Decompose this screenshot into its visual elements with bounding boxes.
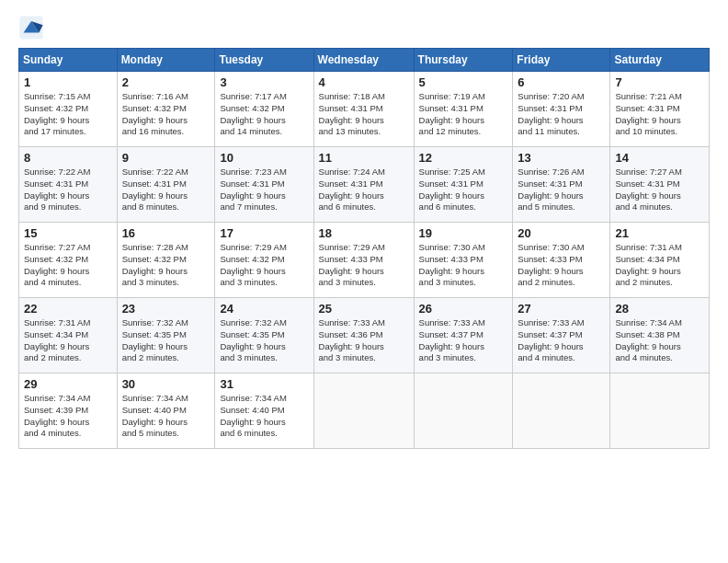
day-info: Sunrise: 7:25 AM Sunset: 4:31 PM Dayligh… — [419, 167, 508, 213]
weekday-header-row: SundayMondayTuesdayWednesdayThursdayFrid… — [19, 49, 710, 72]
day-info: Sunrise: 7:33 AM Sunset: 4:37 PM Dayligh… — [518, 317, 605, 364]
calendar-cell: 15Sunrise: 7:27 AM Sunset: 4:32 PM Dayli… — [19, 223, 118, 298]
day-number: 22 — [24, 302, 112, 316]
calendar-cell: 26Sunrise: 7:33 AM Sunset: 4:37 PM Dayli… — [414, 298, 513, 373]
day-number: 4 — [319, 75, 409, 89]
calendar-cell: 10Sunrise: 7:23 AM Sunset: 4:31 PM Dayli… — [215, 147, 313, 223]
day-info: Sunrise: 7:34 AM Sunset: 4:40 PM Dayligh… — [122, 393, 210, 440]
logo-icon — [18, 15, 44, 40]
week-row-4: 22Sunrise: 7:31 AM Sunset: 4:34 PM Dayli… — [19, 298, 710, 373]
weekday-header-sunday: Sunday — [19, 49, 118, 72]
calendar-table: SundayMondayTuesdayWednesdayThursdayFrid… — [18, 48, 710, 449]
day-info: Sunrise: 7:34 AM Sunset: 4:38 PM Dayligh… — [615, 317, 704, 364]
day-number: 15 — [24, 226, 112, 240]
day-info: Sunrise: 7:27 AM Sunset: 4:32 PM Dayligh… — [24, 242, 112, 289]
calendar-cell: 22Sunrise: 7:31 AM Sunset: 4:34 PM Dayli… — [19, 298, 118, 373]
day-number: 18 — [319, 226, 409, 240]
calendar-cell: 23Sunrise: 7:32 AM Sunset: 4:35 PM Dayli… — [117, 298, 215, 373]
day-info: Sunrise: 7:17 AM Sunset: 4:32 PM Dayligh… — [220, 91, 308, 138]
day-info: Sunrise: 7:20 AM Sunset: 4:31 PM Dayligh… — [518, 91, 605, 138]
weekday-header-monday: Monday — [117, 49, 215, 72]
calendar-cell: 16Sunrise: 7:28 AM Sunset: 4:32 PM Dayli… — [117, 223, 215, 298]
day-number: 13 — [518, 151, 605, 165]
week-row-1: 1Sunrise: 7:15 AM Sunset: 4:32 PM Daylig… — [19, 72, 710, 147]
calendar-cell: 8Sunrise: 7:22 AM Sunset: 4:31 PM Daylig… — [19, 147, 118, 223]
day-info: Sunrise: 7:34 AM Sunset: 4:39 PM Dayligh… — [24, 393, 112, 440]
day-number: 20 — [518, 226, 605, 240]
calendar-cell — [313, 373, 414, 449]
day-info: Sunrise: 7:16 AM Sunset: 4:32 PM Dayligh… — [122, 91, 210, 138]
day-info: Sunrise: 7:22 AM Sunset: 4:31 PM Dayligh… — [24, 167, 112, 213]
weekday-header-wednesday: Wednesday — [313, 49, 414, 72]
calendar-cell: 27Sunrise: 7:33 AM Sunset: 4:37 PM Dayli… — [513, 298, 610, 373]
calendar-cell: 18Sunrise: 7:29 AM Sunset: 4:33 PM Dayli… — [313, 223, 414, 298]
calendar-cell: 4Sunrise: 7:18 AM Sunset: 4:31 PM Daylig… — [313, 72, 414, 147]
day-info: Sunrise: 7:23 AM Sunset: 4:31 PM Dayligh… — [220, 167, 308, 213]
calendar-page: SundayMondayTuesdayWednesdayThursdayFrid… — [0, 0, 728, 458]
day-info: Sunrise: 7:33 AM Sunset: 4:37 PM Dayligh… — [419, 317, 508, 364]
logo — [18, 15, 48, 40]
day-info: Sunrise: 7:29 AM Sunset: 4:33 PM Dayligh… — [319, 242, 409, 289]
day-number: 16 — [122, 226, 210, 240]
calendar-cell: 31Sunrise: 7:34 AM Sunset: 4:40 PM Dayli… — [215, 373, 313, 449]
weekday-header-friday: Friday — [513, 49, 610, 72]
day-info: Sunrise: 7:19 AM Sunset: 4:31 PM Dayligh… — [419, 91, 508, 138]
day-info: Sunrise: 7:32 AM Sunset: 4:35 PM Dayligh… — [220, 317, 308, 364]
day-number: 10 — [220, 151, 308, 165]
calendar-cell: 11Sunrise: 7:24 AM Sunset: 4:31 PM Dayli… — [313, 147, 414, 223]
weekday-header-saturday: Saturday — [610, 49, 710, 72]
day-info: Sunrise: 7:22 AM Sunset: 4:31 PM Dayligh… — [122, 167, 210, 213]
calendar-cell: 5Sunrise: 7:19 AM Sunset: 4:31 PM Daylig… — [414, 72, 513, 147]
weekday-header-thursday: Thursday — [414, 49, 513, 72]
day-info: Sunrise: 7:30 AM Sunset: 4:33 PM Dayligh… — [518, 242, 605, 289]
day-info: Sunrise: 7:33 AM Sunset: 4:36 PM Dayligh… — [319, 317, 409, 364]
calendar-cell: 3Sunrise: 7:17 AM Sunset: 4:32 PM Daylig… — [215, 72, 313, 147]
calendar-cell: 28Sunrise: 7:34 AM Sunset: 4:38 PM Dayli… — [610, 298, 710, 373]
header — [18, 15, 710, 40]
calendar-cell — [513, 373, 610, 449]
weekday-header-tuesday: Tuesday — [215, 49, 313, 72]
calendar-cell: 1Sunrise: 7:15 AM Sunset: 4:32 PM Daylig… — [19, 72, 118, 147]
day-number: 19 — [419, 226, 508, 240]
week-row-3: 15Sunrise: 7:27 AM Sunset: 4:32 PM Dayli… — [19, 223, 710, 298]
day-number: 25 — [319, 302, 409, 316]
day-info: Sunrise: 7:18 AM Sunset: 4:31 PM Dayligh… — [319, 91, 409, 138]
calendar-cell: 7Sunrise: 7:21 AM Sunset: 4:31 PM Daylig… — [610, 72, 710, 147]
day-number: 11 — [319, 151, 409, 165]
day-info: Sunrise: 7:15 AM Sunset: 4:32 PM Dayligh… — [24, 91, 112, 138]
day-number: 24 — [220, 302, 308, 316]
day-number: 5 — [419, 75, 508, 89]
day-info: Sunrise: 7:24 AM Sunset: 4:31 PM Dayligh… — [319, 167, 409, 213]
calendar-cell — [414, 373, 513, 449]
calendar-cell — [610, 373, 710, 449]
calendar-cell: 13Sunrise: 7:26 AM Sunset: 4:31 PM Dayli… — [513, 147, 610, 223]
day-number: 21 — [615, 226, 704, 240]
day-number: 29 — [24, 377, 112, 391]
calendar-cell: 29Sunrise: 7:34 AM Sunset: 4:39 PM Dayli… — [19, 373, 118, 449]
day-number: 12 — [419, 151, 508, 165]
day-info: Sunrise: 7:21 AM Sunset: 4:31 PM Dayligh… — [615, 91, 704, 138]
calendar-cell: 19Sunrise: 7:30 AM Sunset: 4:33 PM Dayli… — [414, 223, 513, 298]
day-number: 31 — [220, 377, 308, 391]
day-info: Sunrise: 7:32 AM Sunset: 4:35 PM Dayligh… — [122, 317, 210, 364]
calendar-cell: 12Sunrise: 7:25 AM Sunset: 4:31 PM Dayli… — [414, 147, 513, 223]
day-info: Sunrise: 7:30 AM Sunset: 4:33 PM Dayligh… — [419, 242, 508, 289]
day-number: 3 — [220, 75, 308, 89]
calendar-cell: 24Sunrise: 7:32 AM Sunset: 4:35 PM Dayli… — [215, 298, 313, 373]
day-number: 1 — [24, 75, 112, 89]
day-info: Sunrise: 7:27 AM Sunset: 4:31 PM Dayligh… — [615, 167, 704, 213]
calendar-cell: 14Sunrise: 7:27 AM Sunset: 4:31 PM Dayli… — [610, 147, 710, 223]
day-info: Sunrise: 7:31 AM Sunset: 4:34 PM Dayligh… — [615, 242, 704, 289]
week-row-2: 8Sunrise: 7:22 AM Sunset: 4:31 PM Daylig… — [19, 147, 710, 223]
day-info: Sunrise: 7:28 AM Sunset: 4:32 PM Dayligh… — [122, 242, 210, 289]
week-row-5: 29Sunrise: 7:34 AM Sunset: 4:39 PM Dayli… — [19, 373, 710, 449]
day-info: Sunrise: 7:34 AM Sunset: 4:40 PM Dayligh… — [220, 393, 308, 440]
calendar-cell: 25Sunrise: 7:33 AM Sunset: 4:36 PM Dayli… — [313, 298, 414, 373]
day-info: Sunrise: 7:29 AM Sunset: 4:32 PM Dayligh… — [220, 242, 308, 289]
calendar-cell: 6Sunrise: 7:20 AM Sunset: 4:31 PM Daylig… — [513, 72, 610, 147]
calendar-cell: 9Sunrise: 7:22 AM Sunset: 4:31 PM Daylig… — [117, 147, 215, 223]
day-number: 9 — [122, 151, 210, 165]
day-number: 2 — [122, 75, 210, 89]
day-number: 17 — [220, 226, 308, 240]
day-number: 26 — [419, 302, 508, 316]
